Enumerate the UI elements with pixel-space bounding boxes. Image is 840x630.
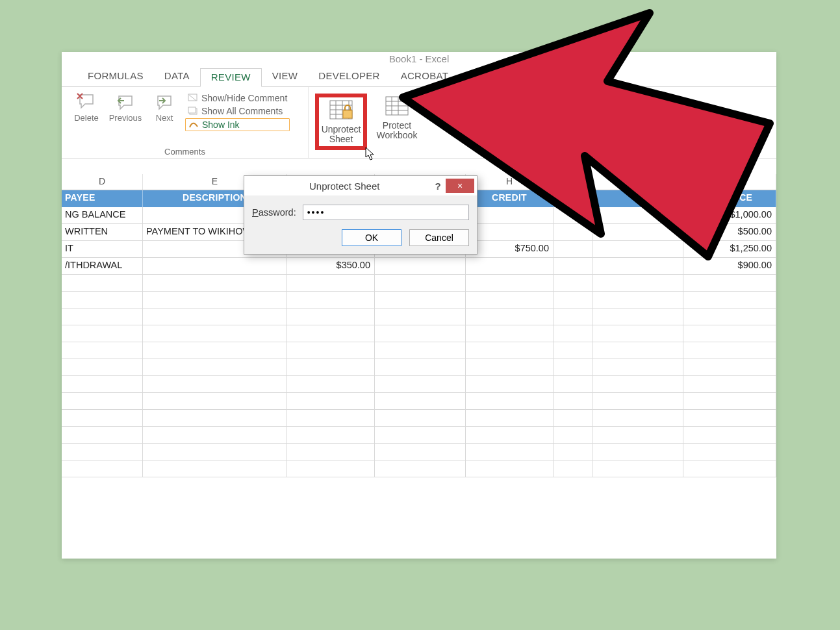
- col-i[interactable]: I: [554, 174, 592, 190]
- cell-j[interactable]: [592, 241, 683, 257]
- col-d[interactable]: D: [62, 174, 143, 190]
- show-all-comments-button[interactable]: Show All Comments: [185, 105, 290, 117]
- cell-i[interactable]: [554, 241, 592, 257]
- previous-label: Previous: [109, 113, 142, 123]
- show-hide-comment-button[interactable]: Show/Hide Comment: [185, 92, 290, 104]
- dialog-titlebar[interactable]: Unprotect Sheet ? ×: [244, 176, 477, 195]
- next-comment-button[interactable]: Next: [146, 91, 183, 131]
- table-row: [62, 325, 776, 342]
- comment-side-items: Show/Hide Comment Show All Comments Show…: [185, 91, 290, 131]
- table-row: [62, 275, 776, 292]
- table-row: [62, 444, 776, 460]
- hdr-blank: [554, 190, 592, 207]
- tab-acrobat[interactable]: ACROBAT: [390, 68, 459, 86]
- svg-rect-6: [427, 98, 446, 115]
- next-comment-icon: [154, 92, 175, 112]
- workbook-l2: Workbook: [377, 131, 418, 140]
- hdr-payee: PAYEE: [62, 190, 143, 207]
- cell-i[interactable]: [554, 258, 592, 274]
- next-label: Next: [156, 113, 173, 123]
- cell-payee[interactable]: IT: [62, 241, 143, 257]
- password-label: Password:: [252, 207, 296, 218]
- col-j[interactable]: J: [592, 174, 683, 190]
- share-icon: [424, 95, 450, 118]
- workbook-l1: Protect: [383, 121, 411, 131]
- cell-desc[interactable]: [143, 258, 287, 274]
- show-hide-label: Show/Hide Comment: [201, 93, 287, 103]
- cell-j[interactable]: [592, 207, 683, 223]
- dialog-close-button[interactable]: ×: [446, 179, 474, 193]
- table-row: [62, 410, 776, 427]
- table-row: [62, 393, 776, 410]
- password-input[interactable]: [303, 205, 469, 220]
- cell-balance[interactable]: $900.00: [683, 258, 776, 274]
- tab-view[interactable]: VIEW: [262, 68, 309, 86]
- previous-comment-button[interactable]: Previous: [107, 91, 144, 131]
- dialog-title-text: Unprotect Sheet: [309, 181, 379, 192]
- comments-group-label: Comments: [62, 147, 308, 157]
- ok-button[interactable]: OK: [342, 229, 401, 246]
- share-workbook-button[interactable]: [427, 94, 446, 150]
- table-row: [62, 359, 776, 376]
- table-row: [62, 292, 776, 309]
- show-all-label: Show All Comments: [201, 106, 283, 116]
- cell-i[interactable]: [554, 224, 592, 240]
- cell-balance[interactable]: $1,000.00: [683, 207, 776, 223]
- table-row: [62, 342, 776, 359]
- svg-rect-4: [343, 110, 352, 118]
- unprotect-l2: Sheet: [329, 134, 353, 144]
- ribbon-tabs: FORMULAS DATA REVIEW VIEW DEVELOPER ACRO…: [62, 68, 776, 87]
- cell-credit[interactable]: [466, 207, 554, 223]
- dialog-buttons: OK Cancel: [244, 223, 477, 254]
- show-ink-label: Show Ink: [202, 120, 240, 130]
- formula-bar-area: [62, 158, 776, 174]
- table-row: [62, 427, 776, 444]
- table-row: /ITHDRAWAL $350.00 $900.00: [62, 258, 776, 275]
- cell-expense[interactable]: [375, 258, 466, 274]
- unprotect-l1: Unprotect: [322, 125, 361, 134]
- cell-debit[interactable]: $350.00: [287, 258, 375, 274]
- hdr-in: IN: [592, 190, 683, 207]
- unprotect-sheet-icon: [328, 99, 354, 122]
- cell-j[interactable]: [592, 258, 683, 274]
- dialog-help-button[interactable]: ?: [430, 181, 446, 192]
- col-h[interactable]: H: [466, 174, 554, 190]
- tab-data[interactable]: DATA: [154, 68, 200, 86]
- delete-label: Delete: [74, 113, 99, 123]
- tab-developer[interactable]: DEVELOPER: [308, 68, 390, 86]
- svg-rect-2: [188, 107, 196, 113]
- mouse-cursor-icon: [365, 147, 375, 161]
- tab-review[interactable]: REVIEW: [200, 68, 262, 87]
- table-row: [62, 309, 776, 325]
- table-row: [62, 376, 776, 393]
- tab-formulas[interactable]: FORMULAS: [77, 68, 154, 86]
- cell-i[interactable]: [554, 207, 592, 223]
- ink-icon: [188, 120, 199, 129]
- cell-j[interactable]: [592, 224, 683, 240]
- cell-payee[interactable]: /ITHDRAWAL: [62, 258, 143, 274]
- protect-workbook-button[interactable]: Protect Workbook: [371, 94, 423, 150]
- cell-payee[interactable]: WRITTEN: [62, 224, 143, 240]
- previous-comment-icon: [115, 92, 136, 112]
- delete-comment-icon: [76, 92, 97, 112]
- cell-credit[interactable]: $750.00: [466, 241, 554, 257]
- hdr-balance: BALANCE: [683, 190, 776, 207]
- excel-window: Book1 - Excel FORMULAS DATA REVIEW VIEW …: [62, 52, 776, 559]
- window-title: Book1 - Excel: [62, 52, 776, 68]
- protect-workbook-icon: [384, 95, 410, 118]
- unprotect-sheet-button[interactable]: Unprotect Sheet: [315, 94, 367, 150]
- cell-credit[interactable]: [466, 258, 554, 274]
- dialog-body: Password:: [244, 195, 477, 223]
- delete-comment-button[interactable]: Delete: [68, 91, 105, 131]
- show-ink-button: Show Ink: [185, 118, 290, 131]
- cell-credit[interactable]: [466, 224, 554, 240]
- ribbon-group-protect: Unprotect Sheet Protect Workbook: [309, 87, 453, 158]
- cell-balance[interactable]: $500.00: [683, 224, 776, 240]
- cell-payee[interactable]: NG BALANCE: [62, 207, 143, 223]
- show-all-comments-icon: [188, 107, 198, 116]
- col-k[interactable]: K: [683, 174, 776, 190]
- hdr-credit: CREDIT: [466, 190, 554, 207]
- ribbon: Delete Previous Next: [62, 87, 776, 158]
- cell-balance[interactable]: $1,250.00: [683, 241, 776, 257]
- cancel-button[interactable]: Cancel: [409, 229, 469, 246]
